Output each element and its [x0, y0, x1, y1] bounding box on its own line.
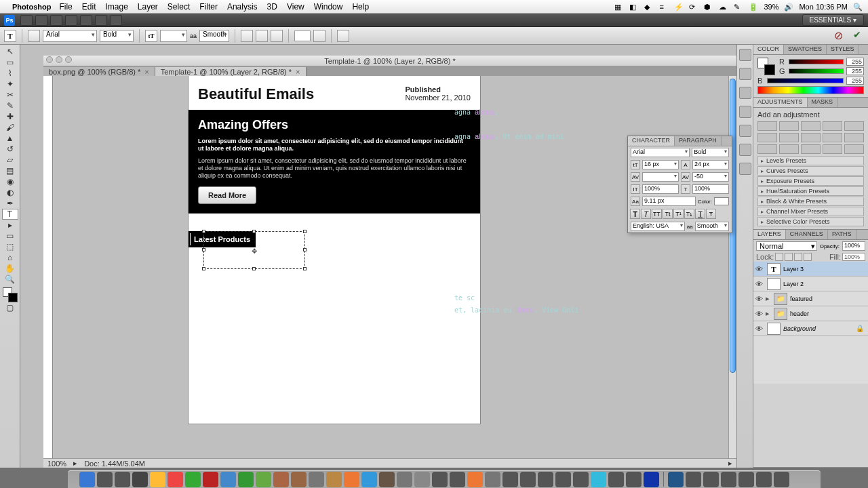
quick-mask-toggle[interactable]: ▢ [2, 302, 18, 313]
document-tab[interactable]: box.png @ 100% (RGB/8) *× [43, 67, 155, 77]
cancel-edit-button[interactable]: ⊘ [831, 29, 845, 43]
faux-bold-button[interactable]: T [630, 209, 640, 219]
minimize-window-icon[interactable] [56, 56, 62, 63]
lock-position-button[interactable] [794, 253, 802, 261]
volume-icon[interactable]: 🔊 [784, 3, 793, 11]
vertical-ruler[interactable] [43, 76, 53, 468]
menu-view[interactable]: View [287, 2, 304, 12]
dodge-tool[interactable]: ◐ [2, 187, 18, 198]
dock-app-icon[interactable] [502, 472, 518, 487]
menubar-extra-icon[interactable]: ◆ [644, 3, 654, 11]
collapsed-panel-icon[interactable] [739, 106, 751, 118]
subscript-button[interactable]: T₁ [684, 209, 694, 219]
close-tab-icon[interactable]: × [296, 68, 300, 76]
layer-thumbnail[interactable]: 📁 [774, 308, 787, 320]
adjustment-preset[interactable]: Curves Presets [757, 166, 864, 176]
char-size-field[interactable]: 16 px [642, 160, 679, 169]
path-select-tool[interactable]: ▸ [2, 220, 18, 230]
menubar-extra-icon[interactable]: ⟳ [689, 3, 698, 11]
menu-analysis[interactable]: Analysis [227, 2, 258, 12]
align-left-button[interactable] [241, 30, 253, 42]
warp-text-button[interactable] [313, 30, 326, 42]
dock-app-icon[interactable] [326, 472, 342, 487]
collapsed-panel-icon[interactable] [739, 68, 751, 80]
lasso-tool[interactable]: ⌇ [2, 68, 18, 79]
layer-visibility-icon[interactable]: 👁 [753, 325, 764, 333]
hand-tool-button[interactable] [50, 15, 62, 26]
layer-row[interactable]: 👁Background🔒 [753, 321, 868, 336]
stamp-tool[interactable]: ▲ [2, 133, 18, 144]
collapsed-panel-icon[interactable] [739, 49, 751, 61]
dock-app-icon[interactable] [150, 472, 165, 487]
3d-tool[interactable]: ⬚ [2, 241, 18, 252]
dock-app-icon[interactable] [291, 472, 307, 487]
layer-thumbnail[interactable]: 📁 [774, 293, 787, 305]
font-weight-select[interactable]: Bold [100, 30, 134, 42]
character-panel[interactable]: CHARACTER PARAGRAPH ArialBold tT16 pxA24… [627, 136, 732, 233]
adjustment-icon[interactable] [779, 121, 799, 131]
paragraph-tab[interactable]: PARAGRAPH [675, 136, 722, 146]
dock-app-icon[interactable] [397, 472, 412, 487]
adjustment-icon[interactable] [823, 133, 842, 142]
dock-app-icon[interactable] [379, 472, 395, 487]
pen-tool[interactable]: ✒ [2, 198, 18, 209]
spotlight-icon[interactable]: 🔍 [853, 3, 863, 11]
adjustment-icon[interactable] [801, 144, 821, 154]
blend-mode-select[interactable]: Normal▾ [756, 241, 817, 251]
menu-file[interactable]: File [59, 2, 72, 12]
faux-italic-button[interactable]: T [641, 209, 651, 219]
quick-select-tool[interactable]: ✦ [2, 79, 18, 89]
layer-row[interactable]: 👁▸📁header [753, 306, 868, 321]
layer-name[interactable]: Background [783, 325, 816, 332]
adjustment-preset[interactable]: Black & White Presets [757, 197, 864, 206]
photoshop-icon[interactable]: Ps [4, 15, 15, 26]
g-slider[interactable] [789, 68, 844, 74]
lock-all-button[interactable] [804, 253, 812, 261]
align-center-button[interactable] [256, 30, 268, 42]
toolbar-button[interactable] [80, 15, 92, 26]
character-tab[interactable]: CHARACTER [628, 136, 675, 146]
screen-mode-button[interactable] [110, 15, 122, 26]
char-color-swatch[interactable] [714, 197, 729, 205]
channels-tab[interactable]: CHANNELS [786, 230, 828, 239]
dock-app-icon[interactable] [626, 472, 642, 487]
zoom-window-icon[interactable] [65, 56, 72, 63]
eraser-tool[interactable]: ▱ [2, 155, 18, 165]
font-family-select[interactable]: Arial [43, 30, 97, 42]
layers-tab[interactable]: LAYERS [753, 230, 786, 239]
dock-app-icon[interactable] [432, 472, 448, 487]
collapsed-panel-icon[interactable] [739, 125, 751, 137]
blur-tool[interactable]: ◉ [2, 176, 18, 187]
adjustment-icon[interactable] [801, 121, 821, 131]
char-weight-select[interactable]: Bold [692, 148, 729, 157]
dock-app-icon[interactable] [273, 472, 289, 487]
dock-app-icon[interactable] [115, 472, 130, 487]
battery-icon[interactable]: 🔋 [749, 3, 758, 11]
crop-tool[interactable]: ✂ [2, 89, 18, 100]
layer-row[interactable]: 👁▸📁featured [753, 291, 868, 306]
adjustment-icon[interactable] [823, 121, 842, 131]
layer-name[interactable]: Layer 2 [783, 281, 804, 287]
dock-app-icon[interactable] [97, 472, 113, 487]
char-aa-select[interactable]: Smooth [695, 222, 729, 231]
toolbar-button[interactable] [95, 15, 107, 26]
layer-visibility-icon[interactable]: 👁 [753, 265, 764, 273]
collapsed-panel-icon[interactable] [739, 87, 751, 99]
r-slider[interactable] [789, 59, 844, 64]
dock-app-icon[interactable] [485, 472, 500, 487]
text-bounding-box[interactable]: ✥ [203, 231, 305, 269]
dock-app-icon[interactable] [538, 472, 553, 487]
char-baseline-field[interactable]: 9.11 px [642, 197, 696, 206]
dock-app-icon[interactable] [167, 472, 183, 487]
layer-visibility-icon[interactable]: 👁 [753, 310, 764, 318]
b-value[interactable]: 255 [846, 77, 864, 85]
dock-app-icon[interactable] [686, 472, 701, 487]
dropbox-icon[interactable]: ⬢ [704, 3, 713, 11]
3d-camera-tool[interactable]: ⌂ [2, 252, 18, 263]
dock-app-icon[interactable] [668, 472, 684, 487]
strikethrough-button[interactable]: Ŧ [706, 209, 716, 219]
layer-visibility-icon[interactable]: 👁 [753, 295, 764, 303]
dock-app-icon[interactable] [738, 472, 754, 487]
menu-image[interactable]: Image [105, 2, 127, 12]
adjustment-icon[interactable] [844, 133, 864, 142]
